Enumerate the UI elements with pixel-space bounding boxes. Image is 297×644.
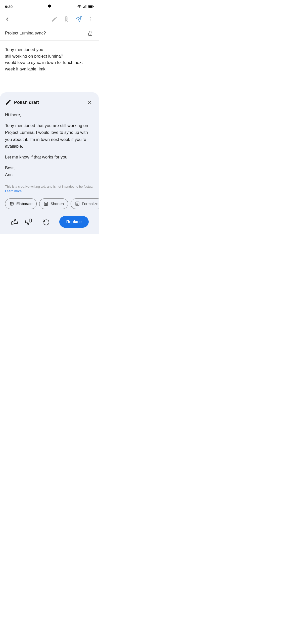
svg-rect-2 (86, 5, 86, 8)
email-body: Tony mentioned youstill working on proje… (0, 41, 99, 77)
polish-title-row: Polish draft (5, 99, 39, 106)
polish-signoff: Best, Ann (5, 165, 94, 178)
polish-panel: Polish draft Hi there, Tony mentioned th… (0, 92, 99, 234)
svg-rect-0 (83, 7, 84, 8)
polish-body: Tony mentioned that you are still workin… (5, 122, 94, 150)
status-bar: 9:30 (0, 0, 99, 12)
attach-icon[interactable] (63, 15, 71, 23)
learn-more-link[interactable]: Learn more (5, 189, 22, 193)
polish-icon (5, 99, 12, 106)
disclaimer: This is a creative writing aid, and is n… (5, 184, 94, 193)
svg-point-7 (90, 19, 91, 20)
svg-rect-5 (88, 6, 92, 8)
close-polish-button[interactable] (86, 98, 94, 106)
more-icon[interactable] (87, 15, 95, 23)
status-time: 9:30 (5, 5, 13, 9)
svg-point-8 (90, 21, 91, 21)
refresh-button[interactable] (42, 217, 51, 226)
replace-button[interactable]: Replace (59, 216, 89, 228)
wifi-icon (77, 5, 82, 8)
toolbar (0, 12, 99, 26)
bottom-actions-row: Replace (5, 213, 94, 234)
elaborate-button[interactable]: Elaborate (5, 198, 37, 209)
svg-rect-1 (84, 6, 85, 8)
subject-row: Project Lumina sync? (0, 26, 99, 41)
battery-icon (88, 5, 94, 8)
polish-panel-title: Polish draft (14, 100, 39, 105)
send-icon[interactable] (75, 15, 83, 23)
svg-rect-4 (93, 6, 93, 7)
lock-icon (87, 30, 94, 37)
status-icons (77, 5, 94, 8)
formalize-icon (75, 201, 80, 206)
thumbs-down-button[interactable] (24, 217, 33, 226)
feedback-icons (10, 217, 33, 226)
svg-point-6 (90, 17, 91, 18)
action-buttons-row: Elaborate Shorten Formalize (5, 193, 94, 213)
email-body-text: Tony mentioned youstill working on proje… (5, 47, 83, 71)
polish-closing-line: Let me know if that works for you. (5, 154, 94, 160)
polish-greeting: Hi there, (5, 111, 94, 118)
back-button[interactable] (4, 15, 13, 24)
polish-header: Polish draft (5, 98, 94, 106)
camera-dot (48, 5, 51, 8)
shorten-icon (43, 201, 48, 206)
polish-content: Hi there, Tony mentioned that you are st… (5, 111, 94, 178)
elaborate-icon (9, 201, 14, 206)
signal-icon (83, 5, 87, 8)
svg-point-10 (90, 34, 91, 35)
subject-text: Project Lumina sync? (5, 31, 46, 36)
svg-point-11 (10, 104, 11, 104)
edit-icon[interactable] (51, 15, 59, 23)
thumbs-up-button[interactable] (10, 217, 19, 226)
shorten-button[interactable]: Shorten (39, 198, 68, 209)
formalize-button[interactable]: Formalize (71, 198, 99, 209)
